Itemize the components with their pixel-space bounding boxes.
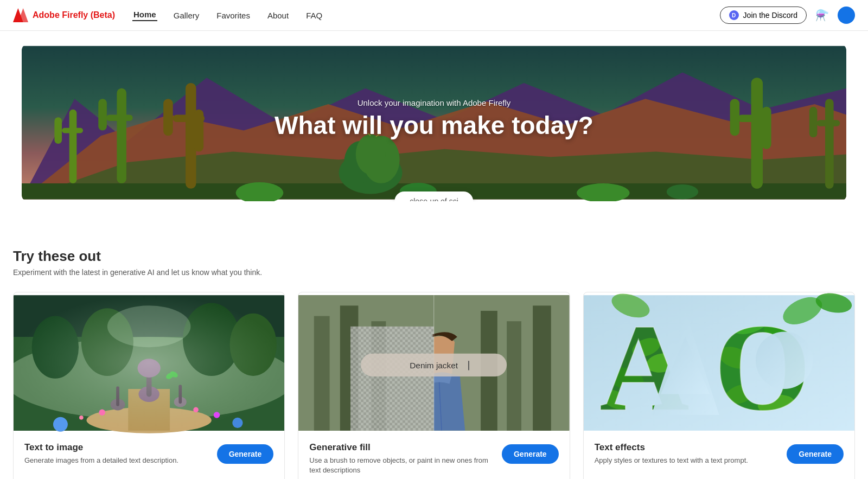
svg-rect-15: [163, 99, 173, 136]
card2-info: Generative fill Use a brush to remove ob…: [309, 442, 493, 475]
svg-point-20: [356, 134, 386, 174]
brand-name: Adobe Firefly (Beta): [33, 10, 115, 20]
nav-link-favorites[interactable]: Favorites: [215, 11, 251, 20]
card-generative-fill: Denim jacket Generative fill Use a brush…: [298, 292, 570, 479]
hero-subtitle: Unlock your imagination with Adobe Firef…: [275, 98, 593, 107]
card3-desc: Apply styles or textures to text with a …: [595, 456, 778, 465]
cards-grid: Text to image Generate images from a det…: [13, 292, 855, 479]
brand-logo[interactable]: Adobe Firefly (Beta): [13, 8, 115, 23]
generate-button-3[interactable]: Generate: [787, 444, 844, 464]
card-text-effects: A O: [583, 292, 855, 479]
nav-link-home[interactable]: Home: [132, 10, 157, 21]
svg-rect-8: [106, 114, 133, 121]
card3-illustration: A O: [584, 292, 854, 433]
user-avatar[interactable]: [838, 7, 855, 24]
hero-title: What will you make today?: [275, 112, 593, 139]
svg-point-33: [667, 184, 698, 199]
nav-link-faq[interactable]: FAQ: [305, 11, 323, 20]
card2-desc: Use a brush to remove objects, or paint …: [309, 456, 493, 475]
adobe-logo-icon: [13, 8, 28, 23]
flask-icon[interactable]: ⚗️: [815, 9, 829, 22]
generate-button-2[interactable]: Generate: [502, 444, 559, 464]
nav-right: D Join the Discord ⚗️: [720, 7, 855, 24]
svg-rect-29: [809, 107, 818, 138]
svg-rect-25: [730, 99, 740, 136]
svg-point-108: [756, 331, 813, 389]
card2-body: Generative fill Use a brush to remove ob…: [298, 433, 569, 479]
svg-rect-9: [98, 99, 107, 130]
svg-rect-76: [468, 361, 469, 370]
svg-rect-16: [194, 110, 204, 152]
svg-rect-12: [54, 117, 62, 144]
svg-text:Denim jacket: Denim jacket: [410, 361, 459, 370]
navigation: Adobe Firefly (Beta) Home Gallery Favori…: [0, 0, 868, 31]
card3-image: A O: [584, 292, 854, 433]
svg-rect-7: [117, 88, 126, 183]
svg-rect-66: [507, 321, 521, 431]
nav-link-gallery[interactable]: Gallery: [173, 11, 201, 20]
card1-illustration: [14, 292, 284, 433]
hero-banner: Unlock your imagination with Adobe Firef…: [22, 44, 846, 201]
svg-rect-11: [62, 128, 83, 133]
hero-prompt-chip[interactable]: close-up of sci: [394, 191, 473, 201]
card2-illustration: Denim jacket: [298, 292, 569, 433]
hero-prompt-text: close-up of sci: [410, 197, 458, 201]
svg-rect-27: [825, 99, 834, 189]
card1-image: [14, 292, 284, 433]
svg-rect-10: [69, 110, 77, 183]
section-subtitle: Experiment with the latest in generative…: [13, 268, 855, 277]
generate-button-1[interactable]: Generate: [217, 444, 274, 464]
card2-image: Denim jacket: [298, 292, 569, 433]
svg-rect-62: [314, 316, 330, 431]
svg-rect-59: [14, 295, 284, 431]
svg-rect-28: [816, 120, 840, 126]
card1-info: Text to image Generate images from a det…: [24, 442, 208, 465]
try-section: Try these out Experiment with the latest…: [0, 224, 868, 479]
discord-button[interactable]: D Join the Discord: [720, 7, 807, 24]
discord-icon: D: [729, 10, 739, 20]
card2-title: Generative fill: [309, 442, 493, 453]
card1-desc: Generate images from a detailed text des…: [24, 456, 208, 465]
card-text-to-image: Text to image Generate images from a det…: [13, 292, 285, 479]
card3-title: Text effects: [595, 442, 778, 453]
discord-button-label: Join the Discord: [743, 11, 797, 20]
svg-rect-67: [533, 305, 551, 430]
card1-title: Text to image: [24, 442, 208, 453]
section-title: Try these out: [13, 248, 855, 265]
svg-rect-23: [751, 78, 763, 189]
svg-rect-71: [350, 327, 434, 431]
nav-link-about[interactable]: About: [266, 11, 290, 20]
svg-rect-26: [762, 107, 771, 149]
nav-links: Home Gallery Favorites About FAQ: [132, 10, 703, 21]
card1-body: Text to image Generate images from a det…: [14, 433, 284, 476]
card3-body: Text effects Apply styles or textures to…: [584, 433, 854, 476]
card3-info: Text effects Apply styles or textures to…: [595, 442, 778, 465]
hero-text: Unlock your imagination with Adobe Firef…: [275, 98, 593, 139]
